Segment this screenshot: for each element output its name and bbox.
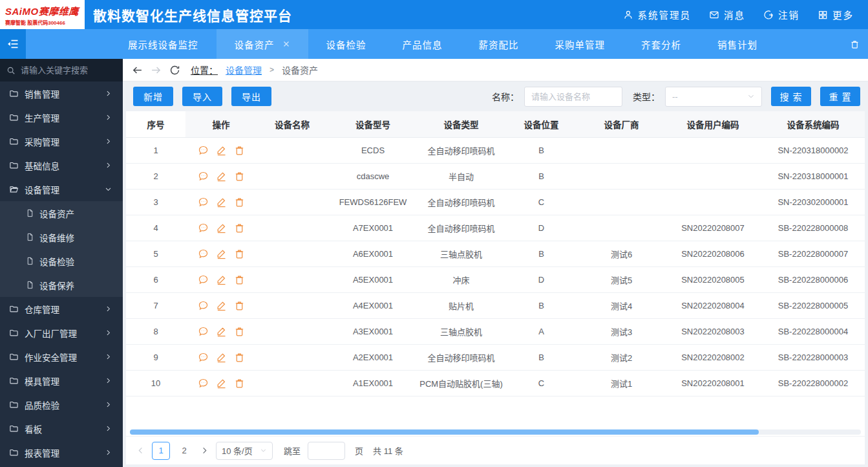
total-count-label: 共 11 条 <box>373 444 403 457</box>
prev-page-button[interactable] <box>136 446 145 455</box>
tab-薪资配比[interactable]: 薪资配比 <box>461 29 537 59</box>
chevron-right-icon <box>105 401 112 408</box>
cell-index: 1 <box>126 137 185 163</box>
export-button[interactable]: 导出 <box>231 87 271 106</box>
sidebar-search-input[interactable] <box>21 65 116 75</box>
comment-detail-icon[interactable] <box>198 352 209 363</box>
edit-icon[interactable] <box>216 274 227 285</box>
reset-button[interactable]: 重 置 <box>820 87 860 106</box>
search-button[interactable]: 搜 索 <box>771 87 811 106</box>
edit-icon[interactable] <box>216 145 227 156</box>
messages-button[interactable]: 消息 <box>709 8 745 21</box>
delete-icon[interactable] <box>234 352 245 363</box>
breadcrumb-section-link[interactable]: 设备管理 <box>226 63 262 76</box>
edit-icon[interactable] <box>216 326 227 337</box>
edit-icon[interactable] <box>216 378 227 389</box>
tab-展示线设备监控[interactable]: 展示线设备监控 <box>110 29 217 59</box>
jump-page-input[interactable] <box>308 442 345 460</box>
user-menu[interactable]: 系统管理员 <box>623 8 692 21</box>
comment-detail-icon[interactable] <box>198 378 209 389</box>
comment-detail-icon[interactable] <box>198 248 209 259</box>
tab-销售计划[interactable]: 销售计划 <box>699 29 776 59</box>
delete-icon[interactable] <box>234 378 245 389</box>
edit-icon[interactable] <box>216 352 227 363</box>
cell-index: 2 <box>126 163 185 189</box>
forward-button[interactable] <box>151 65 162 76</box>
cell-device-location: B <box>504 292 578 318</box>
folder-open-icon <box>9 184 19 194</box>
delete-icon[interactable] <box>234 326 245 337</box>
cell-device-vendor: 测试2 <box>578 344 664 370</box>
cell-device-user-code: SN20220208004 <box>664 292 761 318</box>
tab-产品信息[interactable]: 产品信息 <box>385 29 461 59</box>
close-tab-icon[interactable] <box>282 40 290 48</box>
import-button[interactable]: 导入 <box>182 87 222 106</box>
delete-icon[interactable] <box>234 300 245 311</box>
cell-device-model: A2EX0001 <box>328 344 418 370</box>
comment-detail-icon[interactable] <box>198 326 209 337</box>
edit-icon[interactable] <box>216 248 227 259</box>
sidebar-subitem-设备保养[interactable]: 设备保养 <box>0 273 123 297</box>
edit-icon[interactable] <box>216 197 227 208</box>
sidebar-collapse-button[interactable] <box>0 29 26 59</box>
sidebar-item-采购管理[interactable]: 采购管理 <box>0 129 123 153</box>
sidebar-item-入厂出厂管理[interactable]: 入厂出厂管理 <box>0 321 123 345</box>
sidebar-subitem-设备资产[interactable]: 设备资产 <box>0 201 123 225</box>
sidebar-item-生产管理[interactable]: 生产管理 <box>0 105 123 129</box>
cell-device-type: 三轴点胶机 <box>418 241 504 266</box>
delete-icon[interactable] <box>234 248 245 259</box>
sidebar-item-品质检验[interactable]: 品质检验 <box>0 393 123 417</box>
comment-detail-icon[interactable] <box>198 145 209 156</box>
logo-brand-text: SAiMO赛摩维鹰 <box>5 4 81 17</box>
delete-icon[interactable] <box>234 197 245 208</box>
cell-device-name <box>257 318 328 344</box>
logout-label: 注销 <box>778 8 799 21</box>
device-name-input[interactable] <box>524 87 622 107</box>
delete-icon[interactable] <box>234 274 245 285</box>
sidebar-item-销售管理[interactable]: 销售管理 <box>0 81 123 105</box>
device-type-select[interactable]: -- <box>665 87 762 107</box>
comment-detail-icon[interactable] <box>198 223 209 234</box>
page-size-select[interactable]: 10 条/页 <box>216 442 273 460</box>
edit-icon[interactable] <box>216 171 227 182</box>
comment-detail-icon[interactable] <box>198 274 209 285</box>
comment-detail-icon[interactable] <box>198 171 209 182</box>
cell-device-name <box>257 215 328 241</box>
delete-icon[interactable] <box>234 223 245 234</box>
column-header-设备位置: 设备位置 <box>504 111 578 137</box>
sidebar-item-报表管理[interactable]: 报表管理 <box>0 440 123 464</box>
edit-icon[interactable] <box>216 300 227 311</box>
logout-button[interactable]: 注销 <box>763 8 799 21</box>
cell-device-location: D <box>504 266 578 292</box>
tab-采购单管理[interactable]: 采购单管理 <box>537 29 624 59</box>
page-number-1[interactable]: 1 <box>152 442 170 460</box>
tab-设备资产[interactable]: 设备资产 <box>217 29 308 59</box>
tab-设备检验[interactable]: 设备检验 <box>308 29 385 59</box>
sidebar-subitem-设备维修[interactable]: 设备维修 <box>0 225 123 249</box>
add-button[interactable]: 新增 <box>133 87 173 106</box>
refresh-button[interactable] <box>169 65 180 76</box>
sidebar-menu: 销售管理生产管理采购管理基础信息设备管理设备资产设备维修设备检验设备保养仓库管理… <box>0 81 123 467</box>
sidebar-item-仓库管理[interactable]: 仓库管理 <box>0 297 123 321</box>
table-horizontal-scrollbar[interactable] <box>130 429 759 435</box>
cell-device-type: 全自动移印喷码机 <box>418 344 504 370</box>
tab-齐套分析[interactable]: 齐套分析 <box>623 29 699 59</box>
edit-icon[interactable] <box>216 223 227 234</box>
sidebar-item-基础信息[interactable]: 基础信息 <box>0 153 123 177</box>
comment-detail-icon[interactable] <box>198 197 209 208</box>
sidebar-item-作业安全管理[interactable]: 作业安全管理 <box>0 345 123 369</box>
back-button[interactable] <box>132 65 143 76</box>
sidebar-item-看板[interactable]: 看板 <box>0 417 123 440</box>
delete-icon[interactable] <box>234 145 245 156</box>
close-all-tabs-button[interactable] <box>841 29 868 59</box>
sidebar-item-模具管理[interactable]: 模具管理 <box>0 369 123 393</box>
delete-icon[interactable] <box>234 171 245 182</box>
sidebar-item-设备管理[interactable]: 设备管理 <box>0 177 123 201</box>
next-page-button[interactable] <box>200 446 209 455</box>
sidebar-item-label: 采购管理 <box>25 135 59 148</box>
more-menu[interactable]: 更多 <box>818 8 854 21</box>
page-number-2[interactable]: 2 <box>175 442 193 460</box>
comment-detail-icon[interactable] <box>198 300 209 311</box>
sidebar-subitem-label: 设备检验 <box>39 255 74 268</box>
sidebar-subitem-设备检验[interactable]: 设备检验 <box>0 249 123 273</box>
